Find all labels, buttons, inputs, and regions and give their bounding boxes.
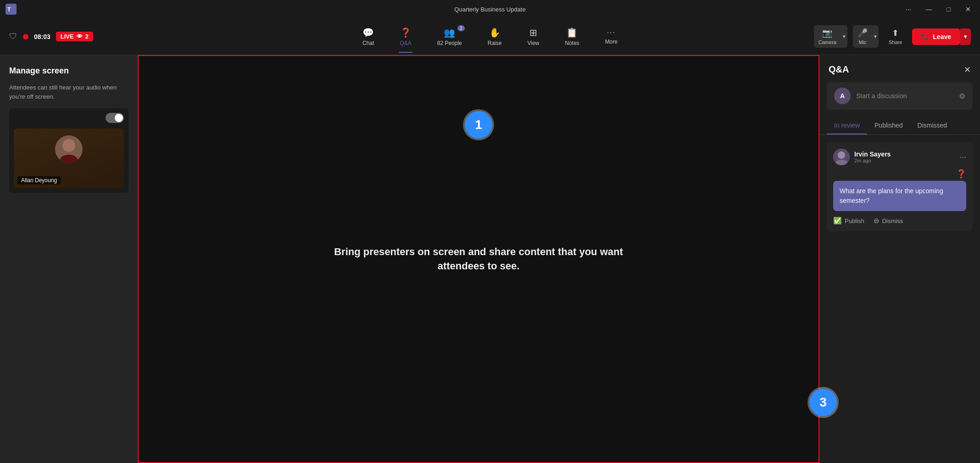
camera-button[interactable]: 📷 Camera ▾ xyxy=(814,25,847,48)
raise-icon: ✋ xyxy=(489,27,501,38)
notes-icon: 📋 xyxy=(566,27,578,38)
main-area: Manage screen Attendees can still hear y… xyxy=(0,55,980,463)
user-avatar-icon xyxy=(833,149,850,165)
person-thumbnail: Allan Deyoung xyxy=(14,128,124,188)
person-name-label: Allan Deyoung xyxy=(17,176,61,184)
user-name: Irvin Sayers xyxy=(854,151,891,158)
publish-icon: ✅ xyxy=(833,217,842,225)
toolbar-right: 📷 Camera ▾ 🎤 Mic ▾ ⬆ Share 📞 Leave xyxy=(814,25,971,48)
view-label: View xyxy=(527,40,539,46)
video-area: 1 Bring presenters on screen and share c… xyxy=(138,55,819,463)
toggle-knob xyxy=(115,114,123,122)
timer-display: 08:03 xyxy=(34,33,50,40)
chevron-down-icon: ▾ xyxy=(843,33,846,39)
user-time: 2m ago xyxy=(854,158,891,163)
nav-item-raise[interactable]: ✋ Raise xyxy=(482,24,507,49)
close-button[interactable]: ✕ xyxy=(962,4,974,15)
mic-button[interactable]: 🎤 Mic xyxy=(853,25,872,48)
live-label: LIVE xyxy=(61,33,74,40)
publish-button[interactable]: ✅ Publish xyxy=(833,217,864,225)
people-badge: 2 xyxy=(457,25,465,31)
leave-button[interactable]: 📞 Leave xyxy=(912,28,960,45)
tab-published[interactable]: Published xyxy=(867,117,910,134)
screen-toggle[interactable] xyxy=(106,113,124,123)
chevron-down-icon: ▾ xyxy=(874,33,877,39)
share-icon: ⬆ xyxy=(892,28,899,38)
share-button[interactable]: ⬆ Share xyxy=(884,25,907,48)
more-label: More xyxy=(605,39,618,45)
shield-icon: 🛡 xyxy=(9,32,17,41)
live-badge: LIVE 👁 2 xyxy=(56,32,93,41)
camera-toggle[interactable]: 📷 Camera xyxy=(814,25,841,48)
nav-item-more[interactable]: ··· More xyxy=(600,26,623,48)
live-viewers: 2 xyxy=(85,33,89,40)
left-panel: Manage screen Attendees can still hear y… xyxy=(0,55,138,463)
title-bar-controls: ··· — □ ✕ xyxy=(902,4,974,15)
mic-dropdown-arrow[interactable]: ▾ xyxy=(872,31,879,42)
person-silhouette-icon xyxy=(55,135,83,163)
chat-icon: 💬 xyxy=(362,27,374,38)
question-mark-icon: ❓ xyxy=(956,169,966,179)
svg-text:T: T xyxy=(7,6,11,13)
dismiss-button[interactable]: ⊖ Dismiss xyxy=(874,217,903,225)
qa-tabs: In review Published Dismissed xyxy=(819,117,980,135)
question-icon-row: ❓ xyxy=(833,169,966,179)
tab-in-review[interactable]: In review xyxy=(827,117,867,134)
notes-label: Notes xyxy=(565,40,579,46)
minimize-button[interactable]: — xyxy=(922,4,936,15)
qa-panel-title: Q&A xyxy=(829,64,849,75)
title-bar-left: T xyxy=(6,4,17,15)
qna-icon: ❓ xyxy=(400,27,412,38)
raise-label: Raise xyxy=(488,40,502,46)
qa-close-button[interactable]: ✕ xyxy=(964,65,971,75)
window-title: Quarterly Business Update xyxy=(454,6,525,13)
dismiss-label: Dismiss xyxy=(882,218,903,224)
question-card: Irvin Sayers 2m ago ··· ❓ What are the p… xyxy=(827,142,973,231)
toggle-container xyxy=(14,113,124,123)
publish-label: Publish xyxy=(845,218,864,224)
chat-label: Chat xyxy=(362,40,374,46)
options-button[interactable]: ··· xyxy=(902,4,915,15)
recording-dot-icon xyxy=(23,34,28,39)
svg-point-5 xyxy=(838,151,845,159)
qna-label: Q&A xyxy=(400,40,411,46)
callout-badge-1: 1 xyxy=(465,111,492,139)
share-label: Share xyxy=(889,39,902,45)
nav-item-notes[interactable]: 📋 Notes xyxy=(559,24,585,49)
qa-content: Irvin Sayers 2m ago ··· ❓ What are the p… xyxy=(819,135,980,463)
toolbar-center: 💬 Chat ❓ Q&A 👥 82 People 2 ✋ Raise ⊞ Vie… xyxy=(357,24,623,49)
camera-dropdown-arrow[interactable]: ▾ xyxy=(841,31,847,42)
qa-header: Q&A ✕ xyxy=(819,55,980,75)
view-icon: ⊞ xyxy=(529,27,537,38)
nav-item-people[interactable]: 👥 82 People 2 xyxy=(432,24,468,49)
mic-label: Mic xyxy=(858,39,866,45)
tab-dismissed[interactable]: Dismissed xyxy=(910,117,955,134)
nav-item-view[interactable]: ⊞ View xyxy=(522,24,545,49)
leave-dropdown-arrow[interactable]: ▾ xyxy=(960,28,971,45)
toolbar: 🛡 08:03 LIVE 👁 2 💬 Chat ❓ Q&A 👥 82 Peopl… xyxy=(0,18,980,55)
nav-item-qna[interactable]: ❓ Q&A xyxy=(394,24,417,49)
question-bubble: What are the plans for the upcoming seme… xyxy=(833,181,966,211)
qa-panel: Q&A ✕ A Start a discussion 2 ⚙ In review… xyxy=(819,55,980,463)
user-avatar xyxy=(833,149,850,165)
dismiss-icon: ⊖ xyxy=(874,217,880,225)
nav-item-chat[interactable]: 💬 Chat xyxy=(357,24,379,49)
people-label: 82 People xyxy=(437,40,462,46)
toolbar-left: 🛡 08:03 LIVE 👁 2 xyxy=(9,32,93,41)
question-user: Irvin Sayers 2m ago xyxy=(833,149,891,165)
question-more-button[interactable]: ··· xyxy=(959,152,966,162)
camera-icon: 📷 xyxy=(822,28,832,38)
svg-point-2 xyxy=(62,139,75,152)
video-placeholder-text: Bring presenters on screen and share con… xyxy=(318,245,639,273)
screen-thumbnail: Allan Deyoung xyxy=(9,108,128,193)
camera-label: Camera xyxy=(819,39,836,45)
discussion-bar[interactable]: A Start a discussion 2 ⚙ xyxy=(827,82,973,110)
people-icon: 👥 xyxy=(444,27,455,38)
current-user-avatar: A xyxy=(834,88,851,104)
qa-settings-icon[interactable]: ⚙ xyxy=(959,92,965,100)
discussion-placeholder: Start a discussion xyxy=(856,92,907,100)
question-header: Irvin Sayers 2m ago ··· xyxy=(833,149,966,165)
more-icon: ··· xyxy=(607,28,616,37)
teams-logo-icon: T xyxy=(6,4,17,15)
maximize-button[interactable]: □ xyxy=(943,4,954,15)
